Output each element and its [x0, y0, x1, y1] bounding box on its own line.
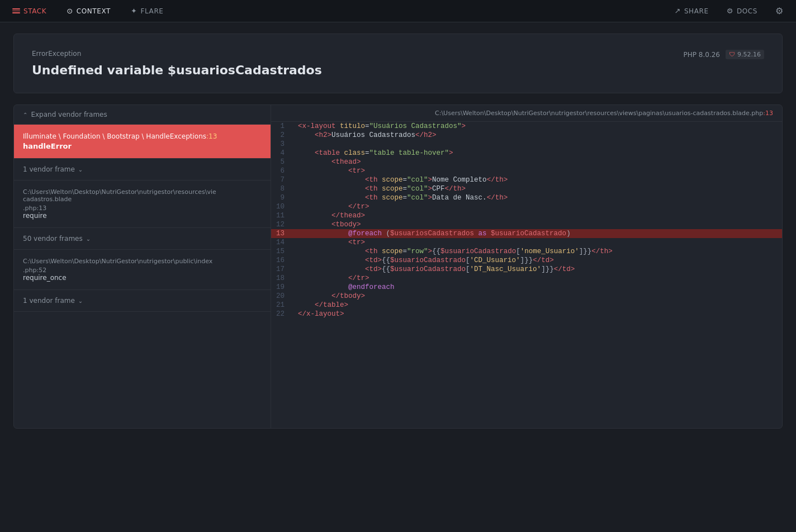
line-code: <th scope="row">{{$usuarioCadastrado['no… — [293, 247, 782, 256]
line-code: @endforeach — [293, 283, 782, 292]
line-code: <tr> — [293, 167, 782, 175]
context-icon: ⊙ — [67, 7, 73, 15]
index-path: C:\Users\Welton\Desktop\NutriGestor\nutr… — [23, 258, 262, 265]
line-number: 4 — [271, 149, 293, 158]
line-code: </thead> — [293, 211, 782, 220]
line-code: <th scope="col">Nome Completo</th> — [293, 175, 782, 184]
line-number: 9 — [271, 193, 293, 202]
chevron-down-icon-last: ⌄ — [78, 298, 83, 304]
nav-flare-label: FLARE — [141, 7, 164, 15]
line-number: 5 — [271, 158, 293, 167]
frame-method: handleError — [23, 142, 262, 150]
line-number: 1 — [271, 122, 293, 131]
flare-icon: ✦ — [131, 7, 138, 15]
app-version: 9.52.16 — [737, 51, 761, 58]
error-message: Undefined variable $usuariosCadastrados — [32, 63, 764, 77]
line-code — [293, 140, 782, 149]
nav-settings[interactable]: ⚙ — [772, 3, 787, 18]
line-number: 12 — [271, 220, 293, 229]
line-code: </tr> — [293, 202, 782, 211]
code-file-path: C:\Users\Welton\Desktop\NutriGestor\nutr… — [271, 105, 782, 122]
share-icon: ↗ — [674, 7, 681, 15]
gear-icon: ⚙ — [775, 6, 784, 16]
main-content: PHP 8.0.26 🛡 9.52.16 ErrorException Unde… — [0, 22, 796, 440]
chevron-up-icon: ⌃ — [23, 112, 27, 118]
index-line: .php:52 — [23, 267, 262, 274]
line-code: <table class="table table-hover"> — [293, 149, 782, 158]
vendor-toggle-last[interactable]: 1 vendor frame ⌄ — [14, 290, 271, 312]
vendor-count-1: 1 vendor frame — [23, 165, 75, 173]
hamburger-icon — [12, 8, 20, 13]
line-code: <thead> — [293, 158, 782, 167]
line-code: </tbody> — [293, 292, 782, 301]
app-version-badge: 🛡 9.52.16 — [726, 50, 764, 59]
code-table: 1<x-layout titulo="Usuários Cadastrados"… — [271, 122, 782, 319]
nav-share[interactable]: ↗ SHARE — [671, 4, 712, 17]
nav-share-label: SHARE — [684, 7, 709, 15]
line-code: </tr> — [293, 274, 782, 283]
line-code: <h2>Usuários Cadastrados</h2> — [293, 131, 782, 140]
line-number: 8 — [271, 184, 293, 193]
frame-class: Illuminate \ Foundation \ Bootstrap \ Ha… — [23, 132, 262, 140]
expand-vendor-label: Expand vendor frames — [31, 111, 107, 118]
line-number: 16 — [271, 256, 293, 265]
docs-icon: ⚙ — [727, 7, 733, 15]
nav-docs[interactable]: ⚙ DOCS — [723, 4, 761, 17]
shield-icon: 🛡 — [729, 51, 735, 58]
line-number: 19 — [271, 283, 293, 292]
line-number: 10 — [271, 202, 293, 211]
line-number: 6 — [271, 167, 293, 175]
line-number: 13 — [271, 229, 293, 238]
line-number: 17 — [271, 265, 293, 274]
nav-flare[interactable]: ✦ FLARE — [127, 4, 167, 17]
line-number: 15 — [271, 247, 293, 256]
line-number: 14 — [271, 238, 293, 247]
error-type: ErrorException — [32, 50, 764, 58]
line-number: 22 — [271, 310, 293, 319]
code-panel: C:\Users\Welton\Desktop\NutriGestor\nutr… — [271, 105, 782, 428]
line-number: 2 — [271, 131, 293, 140]
split-panel: ⌃ Expand vendor frames Illuminate \ Foun… — [13, 104, 783, 429]
active-stack-frame[interactable]: Illuminate \ Foundation \ Bootstrap \ Ha… — [14, 125, 271, 159]
topnav: STACK ⊙ CONTEXT ✦ FLARE ↗ SHARE ⚙ DOCS ⚙ — [0, 0, 796, 22]
line-number: 3 — [271, 140, 293, 149]
nav-stack-label: STACK — [23, 7, 46, 15]
version-info: PHP 8.0.26 🛡 9.52.16 — [684, 50, 764, 59]
line-code: <td>{{$usuarioCadastrado['DT_Nasc_Usuari… — [293, 265, 782, 274]
stack-sidebar: ⌃ Expand vendor frames Illuminate \ Foun… — [14, 105, 271, 428]
line-code: <th scope="col">CPF</th> — [293, 184, 782, 193]
blade-path: C:\Users\Welton\Desktop\NutriGestor\nutr… — [23, 188, 262, 203]
index-method: require_once — [23, 274, 262, 282]
line-code: <tr> — [293, 238, 782, 247]
blade-line: .php:13 — [23, 205, 262, 212]
vendor-count-50: 50 vendor frames — [23, 235, 83, 243]
line-number: 20 — [271, 292, 293, 301]
blade-method: require — [23, 212, 262, 220]
nav-docs-label: DOCS — [737, 7, 757, 15]
index-frame[interactable]: C:\Users\Welton\Desktop\NutriGestor\nutr… — [14, 250, 271, 290]
line-code: @foreach ($usuariosCadastrados as $usuar… — [293, 229, 782, 238]
vendor-toggle-1[interactable]: 1 vendor frame ⌄ — [14, 159, 271, 180]
nav-context[interactable]: ⊙ CONTEXT — [63, 4, 114, 17]
line-number: 7 — [271, 175, 293, 184]
line-code: <td>{{$usuarioCadastrado['CD_Usuario']}}… — [293, 256, 782, 265]
line-number: 11 — [271, 211, 293, 220]
nav-stack[interactable]: STACK — [9, 5, 50, 17]
line-code: </x-layout> — [293, 310, 782, 319]
vendor-count-last: 1 vendor frame — [23, 297, 75, 305]
blade-frame[interactable]: C:\Users\Welton\Desktop\NutriGestor\nutr… — [14, 180, 271, 228]
vendor-toggle-50[interactable]: 50 vendor frames ⌄ — [14, 228, 271, 250]
line-code: </table> — [293, 301, 782, 310]
php-version: PHP 8.0.26 — [684, 51, 720, 59]
line-number: 21 — [271, 301, 293, 310]
chevron-down-icon-50: ⌄ — [86, 236, 91, 242]
line-code: <tbody> — [293, 220, 782, 229]
line-number: 18 — [271, 274, 293, 283]
expand-vendor-button[interactable]: ⌃ Expand vendor frames — [14, 105, 271, 125]
line-code: <x-layout titulo="Usuários Cadastrados"> — [293, 122, 782, 131]
line-code: <th scope="col">Data de Nasc.</th> — [293, 193, 782, 202]
chevron-down-icon-1: ⌄ — [78, 167, 83, 173]
nav-context-label: CONTEXT — [77, 7, 111, 15]
error-card: PHP 8.0.26 🛡 9.52.16 ErrorException Unde… — [13, 34, 783, 93]
